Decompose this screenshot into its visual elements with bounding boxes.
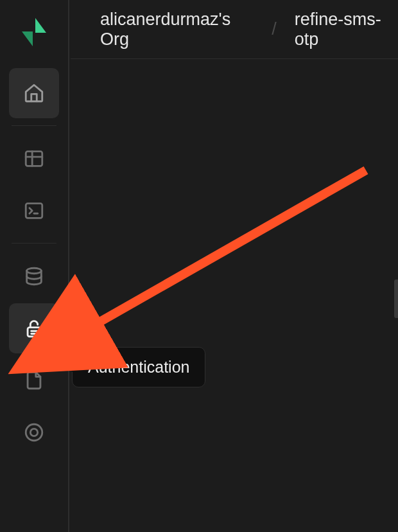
table-icon (23, 148, 45, 170)
scrollbar-hint[interactable] (394, 279, 398, 318)
sidebar-divider (12, 243, 56, 244)
svg-rect-6 (28, 328, 40, 337)
sidebar-item-home[interactable] (9, 68, 59, 118)
svg-point-5 (27, 268, 42, 274)
database-icon (23, 265, 45, 287)
main-content (71, 60, 398, 532)
svg-rect-3 (26, 204, 42, 218)
tooltip-authentication: Authentication (72, 347, 205, 387)
svg-point-10 (30, 429, 37, 436)
sidebar-item-edge-functions[interactable] (9, 407, 59, 457)
tooltip-label: Authentication (88, 358, 189, 377)
app-logo[interactable] (16, 14, 52, 50)
file-icon (23, 369, 45, 391)
breadcrumb-org[interactable]: alicanerdurmaz's Org (100, 10, 254, 49)
home-icon (23, 82, 45, 104)
sidebar-item-table-editor[interactable] (9, 134, 59, 184)
tooltip-caret (68, 363, 73, 372)
sidebar-divider (12, 125, 56, 126)
breadcrumb-project[interactable]: refine-sms-otp (295, 10, 398, 49)
sidebar-item-database[interactable] (9, 251, 59, 301)
terminal-icon (23, 200, 45, 222)
svg-point-9 (26, 424, 42, 441)
breadcrumb-separator: / (272, 19, 277, 39)
sidebar-item-sql-editor[interactable] (9, 186, 59, 236)
sidebar-item-storage[interactable] (9, 355, 59, 405)
header: alicanerdurmaz's Org / refine-sms-otp (71, 0, 398, 59)
sidebar-item-authentication[interactable] (9, 303, 59, 353)
supabase-logo-icon (18, 16, 50, 48)
lock-icon (23, 317, 45, 339)
svg-rect-0 (26, 152, 42, 166)
circle-icon (23, 421, 45, 443)
sidebar (0, 0, 69, 532)
